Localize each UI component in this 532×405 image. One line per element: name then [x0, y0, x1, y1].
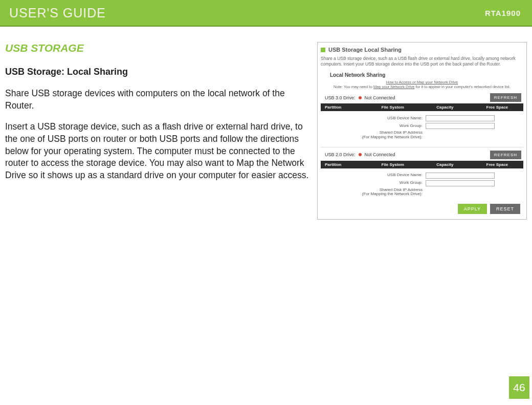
input-workgroup-30[interactable] — [426, 123, 495, 129]
lbl-workgroup-30: Work Group: — [321, 124, 426, 129]
row-device-name-30: USB Device Name: — [321, 115, 523, 121]
text-column: USB STORAGE USB Storage: Local Sharing S… — [5, 42, 317, 190]
th-filesystem: File System — [367, 105, 419, 110]
square-icon — [321, 48, 325, 52]
th-freespace: Free Space — [471, 105, 523, 110]
refresh-button-usb30[interactable]: REFRESH — [490, 93, 521, 102]
usb20-label: USB 2.0 Drive: — [325, 152, 356, 157]
row-device-name-20: USB Device Name: — [321, 173, 523, 179]
reset-button[interactable]: RESET — [490, 204, 520, 214]
ss-description: Share a USB storage device, such as a US… — [321, 56, 523, 67]
usb20-left: USB 2.0 Drive: Not Connected — [325, 152, 395, 157]
usb20-row: USB 2.0 Drive: Not Connected REFRESH — [321, 150, 523, 160]
row-workgroup-20: Work Group: — [321, 180, 523, 186]
lbl-device-name-30: USB Device Name: — [321, 116, 426, 121]
usb30-form: USB Device Name: Work Group: Shared Disk… — [321, 115, 523, 140]
header-left: USER'S GUIDE — [9, 6, 106, 20]
embedded-screenshot: USB Storage Local Sharing Share a USB st… — [317, 42, 527, 220]
ss-title: USB Storage Local Sharing — [328, 47, 402, 53]
guide-title: USER'S GUIDE — [9, 6, 106, 20]
table-header-usb30: Partition File System Capacity Free Spac… — [321, 103, 523, 111]
subsection-title: USB Storage: Local Sharing — [5, 67, 311, 77]
ss-note-suffix: for it to appear in your computer's netw… — [416, 84, 511, 89]
section-title: USB STORAGE — [5, 42, 311, 54]
input-device-name-20[interactable] — [426, 173, 495, 179]
usb30-row: USB 3.0 Drive: Not Connected REFRESH — [321, 92, 523, 103]
ss-note-link-2[interactable]: Map your Network Drive — [373, 84, 414, 89]
divider — [321, 147, 523, 147]
th-partition: Partition — [321, 105, 367, 110]
page-number: 46 — [509, 376, 529, 399]
header-bar: USER'S GUIDE RTA1900 — [0, 0, 532, 27]
ss-note: How to Access or Map your Network Drive … — [321, 80, 523, 89]
apply-button[interactable]: APPLY — [458, 204, 487, 214]
th-freespace-2: Free Space — [471, 162, 523, 167]
usb20-status: Not Connected — [365, 152, 395, 157]
usb20-form: USB Device Name: Work Group: Shared Disk… — [321, 173, 523, 197]
paragraph-2: Insert a USB storage device, such as a f… — [5, 121, 311, 181]
th-partition-2: Partition — [321, 162, 367, 167]
th-capacity: Capacity — [419, 105, 471, 110]
model-label: RTA1900 — [485, 9, 521, 17]
input-device-name-30[interactable] — [426, 115, 495, 121]
ss-local-heading: Local Network Sharing — [330, 72, 523, 78]
content: USB STORAGE USB Storage: Local Sharing S… — [0, 27, 532, 220]
ss-title-row: USB Storage Local Sharing — [321, 47, 523, 53]
ss-note-prefix: Note: You may need to — [334, 84, 373, 89]
row-workgroup-30: Work Group: — [321, 123, 523, 129]
lbl-ip-30: Shared Disk IP Address (For Mapping the … — [321, 131, 426, 140]
usb30-label: USB 3.0 Drive: — [325, 95, 356, 100]
input-workgroup-20[interactable] — [426, 180, 495, 186]
paragraph-1: Share USB storage devices with computers… — [5, 88, 311, 112]
table-header-usb20: Partition File System Capacity Free Spac… — [321, 161, 523, 168]
row-ip-30: Shared Disk IP Address (For Mapping the … — [321, 131, 523, 140]
status-dot-icon — [359, 153, 362, 156]
status-dot-icon — [359, 96, 362, 99]
ss-note-link-1[interactable]: How to Access or Map your Network Drive — [386, 80, 458, 84]
usb30-status: Not Connected — [365, 95, 395, 100]
usb30-left: USB 3.0 Drive: Not Connected — [325, 95, 395, 100]
th-filesystem-2: File System — [367, 162, 419, 167]
row-ip-20: Shared Disk IP Address (For Mapping the … — [321, 188, 523, 197]
lbl-device-name-20: USB Device Name: — [321, 173, 426, 178]
th-capacity-2: Capacity — [419, 162, 471, 167]
lbl-ip-20: Shared Disk IP Address (For Mapping the … — [321, 188, 426, 197]
lbl-workgroup-20: Work Group: — [321, 181, 426, 185]
refresh-button-usb20[interactable]: REFRESH — [490, 151, 521, 159]
ss-button-row: APPLY RESET — [321, 204, 523, 214]
